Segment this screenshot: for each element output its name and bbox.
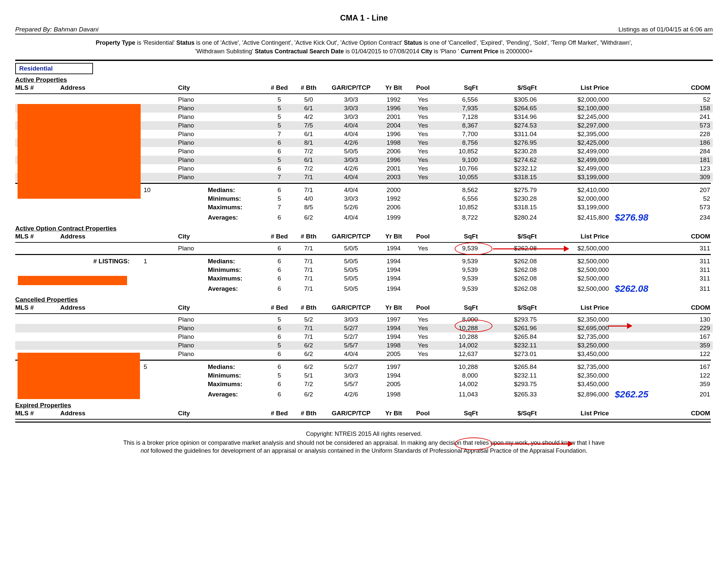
- category-box: Residential: [15, 63, 93, 74]
- redaction-block: [18, 353, 140, 399]
- red-ellipse-icon: [455, 320, 492, 332]
- stat-row: Maximums: 78/55/2/6 200610,852 $318.15$3…: [15, 203, 713, 211]
- search-filters: Property Type is 'Residential' Status is…: [15, 37, 713, 58]
- table-row: Plano 67/15/2/7 1994Yes10,288 $265.84$2,…: [15, 333, 713, 341]
- section-title: Expired Properties: [15, 402, 713, 409]
- annotation-value: $262.08: [615, 284, 648, 294]
- table-row: Plano 67/15/0/5 1994Yes9,539 $262.08$2,5…: [15, 244, 713, 253]
- redaction-block: [18, 104, 141, 199]
- listings-table: MLS #AddressCity # Bed# BthGAR/CP/TCP Yr…: [15, 409, 713, 425]
- stat-row: Minimums: 67/15/0/5 19949,539 $262.08$2,…: [15, 265, 713, 274]
- page-title: CMA 1 - Line: [15, 13, 713, 23]
- section-title: Active Properties: [15, 76, 713, 83]
- stat-row: Averages: 66/24/0/4 19998,722 $280.24$2,…: [15, 211, 713, 223]
- table-row: Plano 56/25/5/7 1998Yes14,002 $232.11$3,…: [15, 341, 713, 350]
- listings-as-of: Listings as of 01/04/15 at 6:06 am: [618, 26, 713, 33]
- red-arrow-icon: [493, 444, 572, 445]
- red-ellipse-icon: [455, 242, 492, 255]
- section-title: Cancelled Properties: [15, 296, 713, 304]
- stat-row: # LISTINGS: 1 Medians: 67/15/0/5 19949,5…: [15, 257, 713, 265]
- red-ellipse-icon: [455, 438, 492, 450]
- section-title: Active Option Contract Properties: [15, 225, 713, 232]
- redaction-block: [18, 276, 127, 285]
- table-row: Plano 55/23/0/3 1997Yes8,000 $293.75$2,3…: [15, 315, 713, 324]
- table-row: Plano 67/15/2/7 1994Yes10,288 $261.96$2,…: [15, 324, 713, 333]
- red-arrow-icon: [493, 248, 569, 249]
- top-bar: Prepared By: Bahman Davani Listings as o…: [15, 26, 713, 34]
- red-arrow-icon: [608, 326, 632, 327]
- disclaimer: This is a broker price opinion or compar…: [42, 439, 686, 455]
- table-row: Plano 55/03/0/3 1992Yes6,556 $305.06$2,0…: [15, 95, 713, 104]
- listings-table: MLS #AddressCity # Bed# BthGAR/CP/TCP Yr…: [15, 232, 713, 295]
- prepared-by: Prepared By: Bahman Davani: [15, 26, 98, 33]
- annotation-value: $276.98: [615, 212, 648, 222]
- copyright: Copyright: NTREIS 2015 All rights reserv…: [15, 431, 713, 438]
- annotation-value: $262.25: [615, 389, 648, 399]
